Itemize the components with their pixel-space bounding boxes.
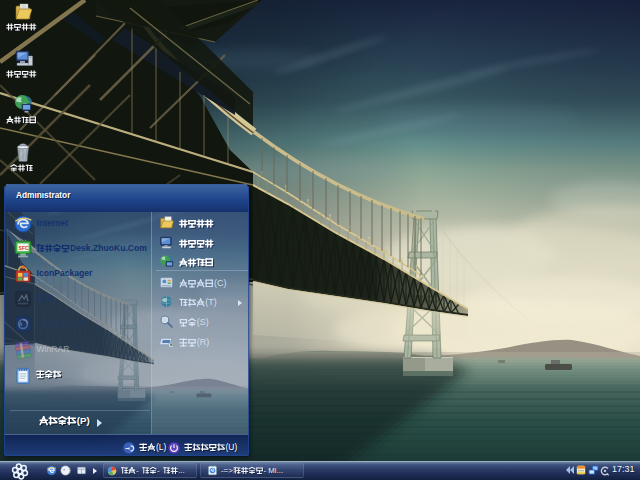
svg-text:SFC: SFC <box>19 245 29 251</box>
svg-text:- Mi...: - Mi... <box>264 467 284 475</box>
svg-text:(U): (U) <box>226 443 238 452</box>
svg-text:(L): (L) <box>156 443 167 452</box>
svg-text:(S): (S) <box>197 318 209 327</box>
svg-text:(T): (T) <box>205 298 217 307</box>
svg-text:WinRAR: WinRAR <box>37 345 70 354</box>
svg-text:Desk.ZhuoKu.Com: Desk.ZhuoKu.Com <box>70 244 147 253</box>
svg-text:(C): (C) <box>214 279 227 288</box>
svg-text:Internet: Internet <box>37 219 69 228</box>
svg-text:(P): (P) <box>77 416 90 426</box>
svg-text:ACDSee 5.0: ACDSee 5.0 <box>37 319 85 328</box>
svg-text:17:31: 17:31 <box>612 465 635 474</box>
svg-text:...: ... <box>178 467 185 475</box>
svg-text:IconPackager: IconPackager <box>37 269 94 278</box>
svg-text:(R): (R) <box>197 338 210 347</box>
svg-text:-: - <box>157 467 160 475</box>
svg-text:-: - <box>136 467 139 475</box>
